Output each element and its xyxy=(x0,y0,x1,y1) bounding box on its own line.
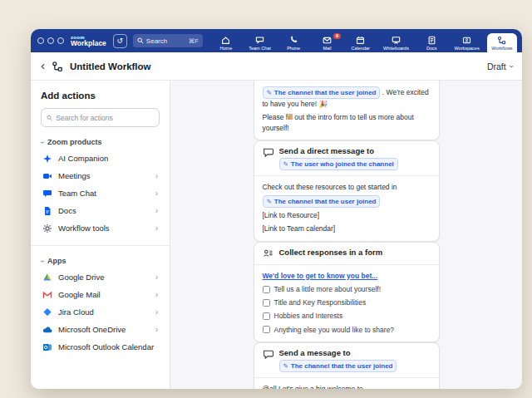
mail-badge: 9 xyxy=(333,33,341,39)
nav-home[interactable]: Home xyxy=(211,33,241,52)
card-title: Collect responses in a form xyxy=(279,248,383,257)
search-icon xyxy=(137,37,144,44)
phone-icon xyxy=(289,36,298,45)
nav-team-chat[interactable]: Team Chat xyxy=(244,33,275,52)
workflows-icon xyxy=(497,36,506,45)
primary-nav: Home Team Chat Phone 9 Mail Calendar xyxy=(211,29,522,52)
gear-icon xyxy=(42,224,52,233)
channel-chip[interactable]: ✎The channel that the user joined xyxy=(279,360,397,372)
chevron-right-icon: › xyxy=(155,207,158,215)
actions-search-input[interactable] xyxy=(56,114,154,122)
sidebar-item-google-drive[interactable]: Google Drive › xyxy=(41,268,160,286)
workflow-canvas: ✎The channel that the user joined . We'r… xyxy=(170,81,522,389)
google-drive-icon xyxy=(42,273,52,283)
sidebar-item-docs[interactable]: Docs › xyxy=(41,202,160,219)
sidebar-item-ai-companion[interactable]: AI Companion xyxy=(41,150,160,167)
workflow-header: ‹ Untitled Workflow Draft › xyxy=(31,52,522,81)
chevron-down-icon: › xyxy=(38,141,46,144)
field-icon xyxy=(263,286,270,293)
nav-docs[interactable]: Docs xyxy=(416,33,446,52)
sidebar-item-microsoft-outlook-calendar[interactable]: Microsoft Outlook Calendar xyxy=(41,338,160,356)
chat-bubble-icon xyxy=(263,349,273,360)
outlook-calendar-icon xyxy=(42,342,52,352)
field-icon xyxy=(263,299,270,307)
sidebar-title: Add actions xyxy=(41,91,160,101)
sidebar-item-jira-cloud[interactable]: Jira Cloud › xyxy=(41,303,160,321)
onedrive-icon xyxy=(42,325,52,335)
page-title: Untitled Workflow xyxy=(70,61,151,71)
calendar-link: [Link to Team calendar] xyxy=(263,224,431,234)
sidebar-item-microsoft-onedrive[interactable]: Microsoft OneDrive › xyxy=(41,321,160,338)
pencil-icon: ✎ xyxy=(267,199,272,205)
mail-icon xyxy=(323,36,332,45)
chevron-right-icon: › xyxy=(155,189,158,198)
search-shortcut: ⌘F xyxy=(189,37,199,45)
workflow-card-message-partial[interactable]: ✎The channel that the user joined . We'r… xyxy=(254,81,440,140)
actions-sidebar: Add actions › Zoom products AI Companion… xyxy=(31,81,170,389)
section-zoom-products[interactable]: › Zoom products xyxy=(41,138,160,146)
global-search[interactable]: ⌘F xyxy=(133,34,203,47)
nav-workspaces[interactable]: Workspaces xyxy=(451,33,484,52)
chevron-right-icon: › xyxy=(155,172,158,180)
nav-calendar[interactable]: Calendar xyxy=(346,33,376,52)
actions-search[interactable] xyxy=(41,108,160,127)
sidebar-item-google-mail[interactable]: Google Mail › xyxy=(41,286,160,303)
workflow-card-send-message[interactable]: Send a message to ✎The channel that the … xyxy=(254,342,440,389)
ai-companion-icon xyxy=(42,154,52,164)
resource-link: [Link to Resource] xyxy=(263,210,431,221)
message-text: ✎The channel that the user joined . We'r… xyxy=(263,86,431,110)
pencil-icon: ✎ xyxy=(267,90,272,96)
status-dropdown[interactable]: Draft › xyxy=(487,61,512,71)
calendar-icon xyxy=(356,36,365,45)
workspaces-icon xyxy=(462,36,471,45)
section-apps[interactable]: › Apps xyxy=(41,257,160,265)
nav-phone[interactable]: Phone xyxy=(278,33,308,52)
chevron-right-icon: › xyxy=(155,291,158,299)
field-icon xyxy=(263,326,270,333)
card-title: Send a direct message to xyxy=(279,146,398,155)
form-field: Anything else you would like to share? xyxy=(263,325,431,336)
search-icon xyxy=(47,115,52,121)
user-chip[interactable]: ✎The user who joined the channel xyxy=(279,158,398,170)
form-field: Title and Key Responsibilities xyxy=(263,297,431,308)
workflow-card-collect-form[interactable]: Collect responses in a form We'd love to… xyxy=(254,242,440,343)
docs-icon xyxy=(427,36,436,45)
sidebar-item-workflow-tools[interactable]: Workflow tools › xyxy=(41,219,160,237)
channel-chip[interactable]: ✎The channel that the user joined xyxy=(263,195,381,208)
google-mail-icon xyxy=(42,290,52,300)
zoom-workplace-logo: zoom Workplace xyxy=(71,29,106,52)
window-controls[interactable] xyxy=(37,29,64,52)
sidebar-item-team-chat[interactable]: Team Chat › xyxy=(41,184,160,202)
channel-chip[interactable]: ✎The channel that the user joined xyxy=(263,86,381,99)
chevron-down-icon: › xyxy=(38,260,46,263)
history-icon: ↺ xyxy=(117,37,124,45)
team-chat-icon xyxy=(42,189,52,199)
workflow-card-direct-message[interactable]: Send a direct message to ✎The user who j… xyxy=(254,140,440,241)
whiteboards-icon xyxy=(392,36,401,45)
form-title-link[interactable]: We'd love to get to know you bet... xyxy=(263,272,378,280)
body-line: @all Let's give a big welcome to xyxy=(263,384,431,389)
nav-workflows[interactable]: Workflows xyxy=(487,33,517,52)
workflow-icon xyxy=(52,61,63,72)
sidebar-item-meetings[interactable]: Meetings › xyxy=(41,167,160,184)
logo-workplace: Workplace xyxy=(71,40,106,47)
form-icon xyxy=(263,248,273,259)
pencil-icon: ✎ xyxy=(283,363,288,370)
form-field: Hobbies and Interests xyxy=(263,311,431,322)
nav-mail[interactable]: 9 Mail xyxy=(312,33,342,52)
divider xyxy=(31,245,170,246)
team-chat-icon xyxy=(255,36,264,45)
back-button[interactable]: ‹ xyxy=(41,59,45,71)
search-input[interactable] xyxy=(146,37,186,45)
chevron-right-icon: › xyxy=(155,326,158,334)
status-badge: Draft xyxy=(487,61,506,71)
body-line: Check out these resources to get started… xyxy=(263,182,431,193)
home-icon xyxy=(221,36,230,45)
form-field: Tell us a little more about yourself! xyxy=(263,284,431,295)
docs-icon xyxy=(42,206,52,216)
chevron-right-icon: › xyxy=(155,273,158,282)
chat-bubble-icon xyxy=(263,147,273,158)
nav-whiteboards[interactable]: Whiteboards xyxy=(379,33,413,52)
jira-icon xyxy=(42,307,52,317)
history-button[interactable]: ↺ xyxy=(113,34,127,48)
